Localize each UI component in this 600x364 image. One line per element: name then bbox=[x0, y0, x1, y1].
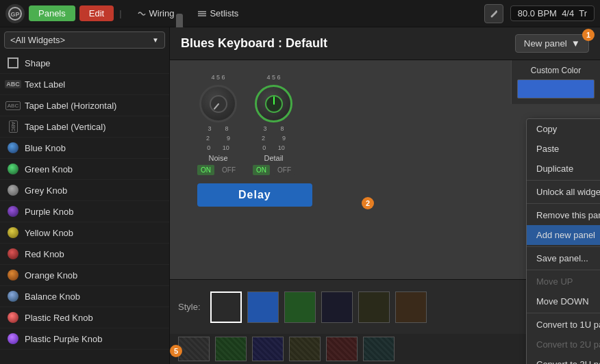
sidebar: <All Widgets> ▼ Shape ABC Text Label ABC… bbox=[0, 27, 170, 364]
noise-toggle-row: ON OFF bbox=[197, 165, 239, 175]
style-swatch-6[interactable] bbox=[395, 291, 427, 323]
red-knob-icon bbox=[7, 248, 19, 260]
badge-1: 1 bbox=[582, 29, 595, 41]
yellow-knob-icon bbox=[7, 226, 19, 239]
sidebar-item-orange-knob[interactable]: Orange Knob bbox=[0, 265, 169, 286]
style-swatch-dark[interactable] bbox=[210, 291, 242, 323]
style-swatch-pattern-4[interactable] bbox=[289, 337, 321, 361]
new-panel-button[interactable]: New panel ▼ bbox=[515, 34, 589, 53]
content-area: Blues Keyboard : Default New panel ▼ 1 4… bbox=[170, 27, 600, 364]
style-swatch-pattern-1[interactable] bbox=[178, 337, 210, 361]
content-header: Blues Keyboard : Default New panel ▼ 1 bbox=[170, 27, 600, 60]
sidebar-item-tape-vert[interactable]: ABC Tape Label (Vertical) bbox=[0, 116, 169, 138]
sidebar-item-label: Tape Label (Vertical) bbox=[25, 122, 106, 132]
tape-v-icon: ABC bbox=[7, 120, 19, 133]
sidebar-item-label: Grey Knob bbox=[25, 185, 67, 196]
custom-color-swatch[interactable] bbox=[517, 79, 595, 99]
style-swatch-pattern-6[interactable] bbox=[363, 337, 395, 361]
style-swatch-pattern-3[interactable] bbox=[252, 337, 284, 361]
context-menu: Copy ctrl + C Paste ctrl + V Duplicate c… bbox=[526, 118, 600, 364]
plastic-red-knob-icon bbox=[7, 311, 19, 324]
sidebar-item-red-knob[interactable]: Red Knob bbox=[0, 244, 169, 265]
sidebar-item-purple-knob[interactable]: Purple Knob bbox=[0, 201, 169, 222]
orange-knob-icon bbox=[7, 269, 19, 281]
sidebar-item-shape[interactable]: Shape bbox=[0, 53, 169, 74]
ctx-convert-2u: Convert to 2U panel bbox=[527, 335, 600, 354]
style-swatch-blue[interactable] bbox=[247, 291, 279, 323]
style-swatch-5[interactable] bbox=[358, 291, 390, 323]
widget-dropdown[interactable]: <All Widgets> ▼ bbox=[4, 31, 165, 49]
sidebar-item-blue-knob[interactable]: Blue Knob bbox=[0, 138, 169, 159]
sidebar-item-label: Red Knob bbox=[25, 249, 64, 259]
ctx-sep-4 bbox=[527, 270, 600, 270]
green-knob-icon bbox=[7, 163, 19, 175]
sidebar-item-green-knob[interactable]: Green Knob bbox=[0, 159, 169, 180]
abc-icon: ABC bbox=[7, 78, 19, 90]
purple-knob-icon bbox=[7, 205, 19, 218]
sidebar-item-grey-knob[interactable]: Grey Knob bbox=[0, 180, 169, 201]
style-swatch-pattern-5[interactable] bbox=[326, 337, 358, 361]
sidebar-item-label: Tape Label (Horizontal) bbox=[25, 101, 116, 111]
ctx-move-up: Move UP bbox=[527, 272, 600, 291]
topbar-right: 80.0 BPM 4/4 Tr bbox=[484, 4, 595, 23]
tab-setlists[interactable]: Setlists bbox=[188, 5, 248, 21]
tab-panels[interactable]: Panels bbox=[29, 5, 75, 21]
badge-5: 5 bbox=[170, 345, 182, 357]
chevron-down-icon: ▼ bbox=[571, 38, 580, 49]
style-swatch-green[interactable] bbox=[284, 291, 316, 323]
ctx-sep-5 bbox=[527, 313, 600, 313]
noise-knob[interactable] bbox=[199, 85, 237, 122]
ctx-sep-1 bbox=[527, 180, 600, 181]
sidebar-list: Shape ABC Text Label ABC Tape Label (Hor… bbox=[0, 53, 169, 364]
sidebar-item-label: Plastic Red Knob bbox=[25, 313, 93, 323]
balance-knob-icon bbox=[7, 290, 19, 302]
sidebar-item-label: Green Knob bbox=[25, 164, 73, 174]
badge-2: 2 bbox=[362, 197, 374, 209]
wrench-button[interactable] bbox=[484, 4, 503, 23]
sidebar-item-label: Blue Knob bbox=[25, 143, 66, 153]
detail-off-button[interactable]: OFF bbox=[274, 165, 295, 175]
custom-color-panel: Custom Color bbox=[511, 60, 600, 104]
noise-on-button[interactable]: ON bbox=[197, 165, 214, 175]
ctx-unlock[interactable]: Unlock all widgets bbox=[527, 182, 600, 202]
detail-label: Detail bbox=[264, 154, 283, 162]
style-swatch-4[interactable] bbox=[321, 291, 353, 323]
detail-knob[interactable] bbox=[255, 85, 292, 122]
ctx-paste[interactable]: Paste ctrl + V bbox=[527, 139, 600, 159]
sidebar-item-plastic-purple-knob[interactable]: Plastic Purple Knob bbox=[0, 328, 169, 350]
sidebar-item-label: Orange Knob bbox=[25, 270, 77, 281]
sidebar-item-yellow-knob[interactable]: Yellow Knob bbox=[0, 222, 169, 244]
detail-on-button[interactable]: ON bbox=[253, 165, 270, 175]
panel-area: 4 5 6 3 8 2 9 0 10 Noise ON bbox=[170, 60, 600, 364]
plastic-purple-knob-icon bbox=[7, 333, 19, 345]
noise-knob-group: 4 5 6 3 8 2 9 0 10 Noise ON bbox=[197, 74, 239, 175]
sidebar-item-balance-knob[interactable]: Balance Knob bbox=[0, 286, 169, 307]
panel-visualization: 4 5 6 3 8 2 9 0 10 Noise ON bbox=[197, 74, 295, 175]
ctx-remove[interactable]: Remove this panel... bbox=[527, 205, 600, 225]
noise-off-button[interactable]: OFF bbox=[218, 165, 239, 175]
sidebar-item-tape-horiz[interactable]: ABC Tape Label (Horizontal) bbox=[0, 95, 169, 116]
sidebar-item-plastic-red-knob[interactable]: Plastic Red Knob bbox=[0, 307, 169, 328]
ctx-add-new-panel[interactable]: Add new panel ▶ New 1U panel New 2U pane… bbox=[527, 225, 600, 245]
delay-block: Delay bbox=[197, 183, 312, 207]
style-swatch-pattern-2[interactable] bbox=[215, 337, 247, 361]
sidebar-item-label: Plastic Purple Knob bbox=[25, 334, 102, 344]
svg-text:GP: GP bbox=[10, 11, 19, 18]
ctx-sep-2 bbox=[527, 203, 600, 204]
ctx-copy[interactable]: Copy ctrl + C bbox=[527, 119, 600, 139]
ctx-move-down[interactable]: Move DOWN bbox=[527, 291, 600, 311]
ctx-duplicate[interactable]: Duplicate ctrl + D bbox=[527, 159, 600, 179]
sidebar-item-text-label[interactable]: ABC Text Label bbox=[0, 74, 169, 95]
chevron-down-icon: ▼ bbox=[152, 36, 159, 44]
sidebar-item-label: Yellow Knob bbox=[25, 228, 73, 238]
style-label: Style: bbox=[178, 302, 201, 312]
ctx-convert-1u[interactable]: Convert to 1U panel bbox=[527, 315, 600, 335]
sidebar-item-label: Purple Knob bbox=[25, 207, 74, 217]
tab-edit[interactable]: Edit bbox=[79, 5, 114, 21]
bpm-display: 80.0 BPM 4/4 Tr bbox=[510, 5, 595, 21]
custom-color-label: Custom Color bbox=[517, 66, 595, 75]
ctx-convert-3u[interactable]: Convert to 3U panel bbox=[527, 354, 600, 364]
ctx-save-panel[interactable]: Save panel... 3 bbox=[527, 248, 600, 268]
app-logo: GP bbox=[5, 4, 25, 23]
detail-knob-group: 4 5 6 3 8 2 9 0 10 Detail ON bbox=[253, 74, 295, 175]
